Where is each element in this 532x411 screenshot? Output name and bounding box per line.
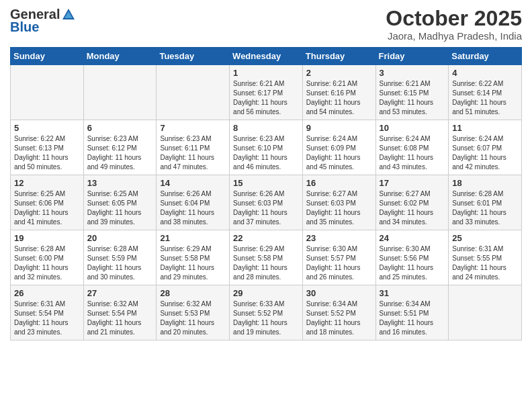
weekday-header: Tuesday — [157, 48, 230, 65]
calendar-cell: 31Sunrise: 6:34 AM Sunset: 5:51 PM Dayli… — [375, 285, 449, 340]
calendar-cell — [449, 285, 522, 340]
day-info: Sunrise: 6:26 AM Sunset: 6:04 PM Dayligh… — [160, 189, 226, 227]
day-info: Sunrise: 6:30 AM Sunset: 5:56 PM Dayligh… — [380, 244, 445, 282]
day-info: Sunrise: 6:24 AM Sunset: 6:07 PM Dayligh… — [452, 134, 518, 172]
day-number: 19 — [14, 233, 80, 243]
day-info: Sunrise: 6:28 AM Sunset: 6:01 PM Dayligh… — [452, 189, 518, 227]
day-info: Sunrise: 6:31 AM Sunset: 5:54 PM Dayligh… — [14, 300, 80, 337]
day-info: Sunrise: 6:34 AM Sunset: 5:51 PM Dayligh… — [380, 300, 445, 337]
day-number: 6 — [87, 123, 153, 133]
day-number: 16 — [306, 178, 372, 188]
page: General Blue October 2025 Jaora, Madhya … — [0, 0, 532, 411]
calendar-cell: 14Sunrise: 6:26 AM Sunset: 6:04 PM Dayli… — [157, 175, 230, 230]
calendar-cell: 9Sunrise: 6:24 AM Sunset: 6:09 PM Daylig… — [302, 120, 375, 175]
calendar-cell: 29Sunrise: 6:33 AM Sunset: 5:52 PM Dayli… — [230, 285, 303, 340]
day-number: 10 — [380, 123, 445, 133]
day-info: Sunrise: 6:27 AM Sunset: 6:02 PM Dayligh… — [380, 189, 445, 227]
calendar-cell: 24Sunrise: 6:30 AM Sunset: 5:56 PM Dayli… — [375, 230, 449, 285]
month-title: October 2025 — [386, 7, 522, 30]
day-info: Sunrise: 6:22 AM Sunset: 6:14 PM Dayligh… — [452, 79, 518, 117]
day-number: 15 — [233, 178, 299, 188]
calendar-cell: 10Sunrise: 6:24 AM Sunset: 6:08 PM Dayli… — [375, 120, 449, 175]
day-number: 7 — [160, 123, 226, 133]
calendar-cell: 6Sunrise: 6:23 AM Sunset: 6:12 PM Daylig… — [83, 120, 157, 175]
weekday-header: Monday — [83, 48, 157, 65]
day-info: Sunrise: 6:29 AM Sunset: 5:58 PM Dayligh… — [233, 244, 299, 282]
calendar-cell — [11, 65, 84, 120]
calendar-cell: 8Sunrise: 6:23 AM Sunset: 6:10 PM Daylig… — [230, 120, 303, 175]
calendar-cell: 25Sunrise: 6:31 AM Sunset: 5:55 PM Dayli… — [449, 230, 522, 285]
weekday-header: Saturday — [449, 48, 522, 65]
calendar-cell: 1Sunrise: 6:21 AM Sunset: 6:17 PM Daylig… — [230, 65, 303, 120]
day-info: Sunrise: 6:32 AM Sunset: 5:54 PM Dayligh… — [87, 300, 153, 337]
calendar-cell: 3Sunrise: 6:21 AM Sunset: 6:15 PM Daylig… — [375, 65, 449, 120]
calendar-cell: 27Sunrise: 6:32 AM Sunset: 5:54 PM Dayli… — [83, 285, 157, 340]
day-info: Sunrise: 6:34 AM Sunset: 5:52 PM Dayligh… — [306, 300, 372, 337]
day-info: Sunrise: 6:21 AM Sunset: 6:15 PM Dayligh… — [380, 79, 445, 117]
logo: General Blue — [10, 7, 77, 35]
day-info: Sunrise: 6:23 AM Sunset: 6:11 PM Dayligh… — [160, 134, 226, 172]
calendar-cell: 23Sunrise: 6:30 AM Sunset: 5:57 PM Dayli… — [302, 230, 375, 285]
day-info: Sunrise: 6:25 AM Sunset: 6:06 PM Dayligh… — [14, 189, 80, 227]
calendar-cell: 18Sunrise: 6:28 AM Sunset: 6:01 PM Dayli… — [449, 175, 522, 230]
calendar-cell: 28Sunrise: 6:32 AM Sunset: 5:53 PM Dayli… — [157, 285, 230, 340]
calendar-header-row: SundayMondayTuesdayWednesdayThursdayFrid… — [11, 48, 522, 65]
day-number: 28 — [160, 288, 226, 298]
day-info: Sunrise: 6:27 AM Sunset: 6:03 PM Dayligh… — [306, 189, 372, 227]
day-info: Sunrise: 6:24 AM Sunset: 6:09 PM Dayligh… — [306, 134, 372, 172]
calendar-week-row: 12Sunrise: 6:25 AM Sunset: 6:06 PM Dayli… — [11, 175, 522, 230]
calendar-cell: 26Sunrise: 6:31 AM Sunset: 5:54 PM Dayli… — [11, 285, 84, 340]
location-title: Jaora, Madhya Pradesh, India — [386, 30, 522, 42]
weekday-header: Sunday — [11, 48, 84, 65]
day-number: 21 — [160, 233, 226, 243]
calendar-cell: 20Sunrise: 6:28 AM Sunset: 5:59 PM Dayli… — [83, 230, 157, 285]
day-info: Sunrise: 6:28 AM Sunset: 5:59 PM Dayligh… — [87, 244, 153, 282]
day-info: Sunrise: 6:21 AM Sunset: 6:17 PM Dayligh… — [233, 79, 299, 117]
calendar-cell: 5Sunrise: 6:22 AM Sunset: 6:13 PM Daylig… — [11, 120, 84, 175]
logo-icon — [61, 7, 76, 22]
calendar-week-row: 5Sunrise: 6:22 AM Sunset: 6:13 PM Daylig… — [11, 120, 522, 175]
day-info: Sunrise: 6:22 AM Sunset: 6:13 PM Dayligh… — [14, 134, 80, 172]
day-info: Sunrise: 6:32 AM Sunset: 5:53 PM Dayligh… — [160, 300, 226, 337]
day-number: 14 — [160, 178, 226, 188]
calendar-cell: 15Sunrise: 6:26 AM Sunset: 6:03 PM Dayli… — [230, 175, 303, 230]
calendar-cell — [83, 65, 157, 120]
calendar-cell: 17Sunrise: 6:27 AM Sunset: 6:02 PM Dayli… — [375, 175, 449, 230]
day-info: Sunrise: 6:21 AM Sunset: 6:16 PM Dayligh… — [306, 79, 372, 117]
day-number: 31 — [380, 288, 445, 298]
calendar-cell: 30Sunrise: 6:34 AM Sunset: 5:52 PM Dayli… — [302, 285, 375, 340]
day-info: Sunrise: 6:23 AM Sunset: 6:10 PM Dayligh… — [233, 134, 299, 172]
calendar-cell: 19Sunrise: 6:28 AM Sunset: 6:00 PM Dayli… — [11, 230, 84, 285]
day-info: Sunrise: 6:24 AM Sunset: 6:08 PM Dayligh… — [380, 134, 445, 172]
day-number: 22 — [233, 233, 299, 243]
day-number: 18 — [452, 178, 518, 188]
day-info: Sunrise: 6:29 AM Sunset: 5:58 PM Dayligh… — [160, 244, 226, 282]
day-number: 2 — [306, 68, 372, 78]
day-number: 24 — [380, 233, 445, 243]
weekday-header: Friday — [375, 48, 449, 65]
day-info: Sunrise: 6:33 AM Sunset: 5:52 PM Dayligh… — [233, 300, 299, 337]
day-number: 1 — [233, 68, 299, 78]
day-number: 9 — [306, 123, 372, 133]
calendar-week-row: 26Sunrise: 6:31 AM Sunset: 5:54 PM Dayli… — [11, 285, 522, 340]
calendar-cell: 7Sunrise: 6:23 AM Sunset: 6:11 PM Daylig… — [157, 120, 230, 175]
day-number: 20 — [87, 233, 153, 243]
day-number: 17 — [380, 178, 445, 188]
weekday-header: Thursday — [302, 48, 375, 65]
day-number: 5 — [14, 123, 80, 133]
calendar-week-row: 19Sunrise: 6:28 AM Sunset: 6:00 PM Dayli… — [11, 230, 522, 285]
day-info: Sunrise: 6:23 AM Sunset: 6:12 PM Dayligh… — [87, 134, 153, 172]
calendar-cell: 21Sunrise: 6:29 AM Sunset: 5:58 PM Dayli… — [157, 230, 230, 285]
day-number: 12 — [14, 178, 80, 188]
day-number: 26 — [14, 288, 80, 298]
day-number: 23 — [306, 233, 372, 243]
logo-text: General Blue — [10, 7, 77, 35]
day-info: Sunrise: 6:26 AM Sunset: 6:03 PM Dayligh… — [233, 189, 299, 227]
day-number: 27 — [87, 288, 153, 298]
day-number: 11 — [452, 123, 518, 133]
day-info: Sunrise: 6:31 AM Sunset: 5:55 PM Dayligh… — [452, 244, 518, 282]
day-number: 29 — [233, 288, 299, 298]
day-info: Sunrise: 6:30 AM Sunset: 5:57 PM Dayligh… — [306, 244, 372, 282]
calendar-cell: 16Sunrise: 6:27 AM Sunset: 6:03 PM Dayli… — [302, 175, 375, 230]
day-number: 3 — [380, 68, 445, 78]
